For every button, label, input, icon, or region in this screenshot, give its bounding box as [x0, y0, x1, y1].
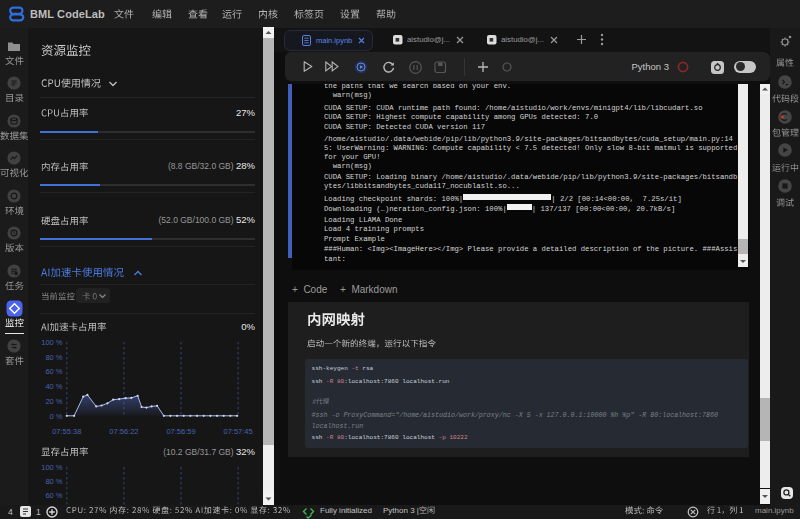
- svg-text:07:56:59: 07:56:59: [166, 427, 195, 436]
- svg-text:80 %: 80 %: [45, 477, 62, 486]
- svg-text:20 %: 20 %: [45, 397, 62, 406]
- svg-text:07:55:38: 07:55:38: [52, 427, 81, 436]
- svg-text:07:57:45: 07:57:45: [223, 427, 252, 436]
- svg-text:100 %: 100 %: [41, 463, 63, 472]
- svg-text:40 %: 40 %: [45, 382, 62, 391]
- svg-text:60 %: 60 %: [45, 367, 62, 376]
- svg-text:80 %: 80 %: [45, 353, 62, 362]
- svg-text:60 %: 60 %: [45, 491, 62, 500]
- svg-text:07:56:22: 07:56:22: [109, 427, 138, 436]
- svg-text:0 %: 0 %: [50, 412, 63, 421]
- svg-text:100 %: 100 %: [41, 338, 63, 347]
